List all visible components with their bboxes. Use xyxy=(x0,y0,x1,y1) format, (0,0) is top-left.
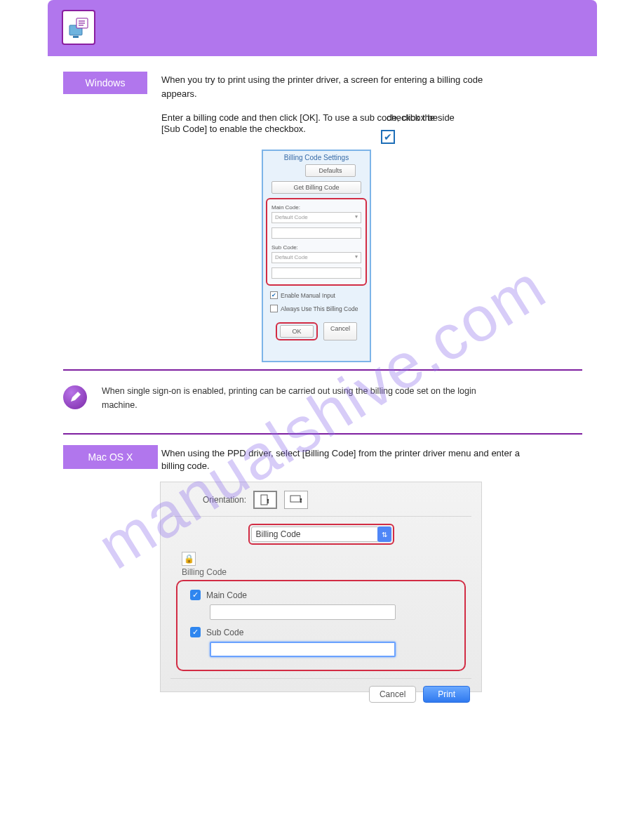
sub-code-label: Sub Code xyxy=(206,628,243,637)
note-line1: When single sign-on is enabled, printing… xyxy=(102,386,476,396)
section-select-highlight-frame: Billing Code ⇅ xyxy=(248,524,394,545)
section-select-value: Billing Code xyxy=(256,529,301,539)
always-use-checkbox[interactable] xyxy=(270,305,278,312)
enable-manual-input-row: ✔ Enable Manual Input xyxy=(270,291,363,299)
main-code-row: ✓ Main Code xyxy=(190,590,452,600)
main-code-input[interactable] xyxy=(271,227,361,239)
step-badge-windows: Windows xyxy=(63,72,147,94)
ok-highlight-frame: OK xyxy=(276,322,318,340)
get-billing-code-button[interactable]: Get Billing Code xyxy=(271,181,361,194)
sub-code-combo[interactable]: Default Code xyxy=(271,252,361,263)
step-badge-macosx: Mac OS X xyxy=(63,445,158,469)
sub-code-checkbox[interactable]: ✓ xyxy=(190,627,201,637)
sub-code-input[interactable] xyxy=(210,642,396,657)
step2-text-line1: When using the PPD driver, select [Billi… xyxy=(161,448,520,458)
orientation-landscape-button[interactable] xyxy=(284,491,308,509)
main-code-value: Default Code xyxy=(275,214,308,220)
note-line2: machine. xyxy=(102,400,137,410)
svg-point-7 xyxy=(267,499,269,501)
app-icon xyxy=(62,10,95,45)
main-code-label: Main Code: xyxy=(271,204,361,211)
badge-label: Mac OS X xyxy=(88,451,133,463)
sub-code-label: Sub Code: xyxy=(271,244,361,251)
pencil-note-icon xyxy=(63,385,87,409)
always-use-label: Always Use This Billing Code xyxy=(281,305,358,312)
ok-button[interactable]: OK xyxy=(280,325,314,338)
step1-text-line4: checkbox beside xyxy=(387,112,455,123)
dialog-button-row: Cancel Print xyxy=(161,679,481,703)
code-input-highlight-frame: Main Code: Default Code Sub Code: Defaul… xyxy=(266,198,367,286)
billing-code-highlight-frame: ✓ Main Code ✓ Sub Code xyxy=(176,580,466,671)
sub-code-row: ✓ Sub Code xyxy=(190,627,452,637)
cancel-button[interactable]: Cancel xyxy=(369,686,416,703)
enable-manual-checkbox[interactable]: ✔ xyxy=(270,291,278,299)
separator-line xyxy=(63,369,582,371)
enable-manual-label: Enable Manual Input xyxy=(281,292,335,299)
separator-line xyxy=(63,433,582,435)
main-code-checkbox[interactable]: ✓ xyxy=(190,590,201,600)
badge-label: Windows xyxy=(86,77,126,88)
orientation-row: Orientation: xyxy=(161,482,481,516)
main-code-input[interactable] xyxy=(210,604,396,620)
sub-code-value: Default Code xyxy=(275,254,308,260)
dialog-title: Billing Code Settings xyxy=(263,151,370,163)
svg-rect-8 xyxy=(267,501,269,503)
print-button[interactable]: Print xyxy=(423,686,470,703)
lock-icon[interactable]: 🔒 xyxy=(182,552,196,566)
mac-print-dialog: Orientation: Billing Code ⇅ 🔒 Billing Co… xyxy=(160,482,482,692)
section-select[interactable]: Billing Code xyxy=(251,527,379,542)
billing-code-settings-dialog: Billing Code Settings Defaults Get Billi… xyxy=(262,150,371,362)
step2-text-line2: billing code. xyxy=(161,461,210,471)
lock-row: 🔒 xyxy=(182,552,481,566)
always-use-row: Always Use This Billing Code xyxy=(270,305,363,312)
checkmark-icon: ✔ xyxy=(381,130,395,144)
orientation-label: Orientation: xyxy=(203,495,246,505)
top-banner xyxy=(48,0,597,56)
chevron-down-icon: ⇅ xyxy=(377,527,391,542)
svg-rect-5 xyxy=(73,36,79,38)
main-code-combo[interactable]: Default Code xyxy=(271,212,361,223)
step1-text-line2: appears. xyxy=(161,88,197,99)
svg-rect-11 xyxy=(300,500,302,503)
cancel-button[interactable]: Cancel xyxy=(323,322,357,340)
svg-rect-6 xyxy=(261,495,267,505)
step1-text-line1: When you try to print using the printer … xyxy=(161,74,483,85)
dialog-button-row: OK Cancel xyxy=(263,322,370,340)
defaults-button[interactable]: Defaults xyxy=(305,164,356,177)
svg-point-10 xyxy=(300,498,302,501)
orientation-portrait-button[interactable] xyxy=(253,491,277,509)
sub-code-input[interactable] xyxy=(271,267,361,279)
svg-rect-9 xyxy=(290,496,300,502)
main-code-label: Main Code xyxy=(206,590,247,600)
billing-code-heading: Billing Code xyxy=(182,567,481,577)
step1-text-line5: [Sub Code] to enable the checkbox. xyxy=(161,124,306,134)
divider xyxy=(170,516,471,517)
